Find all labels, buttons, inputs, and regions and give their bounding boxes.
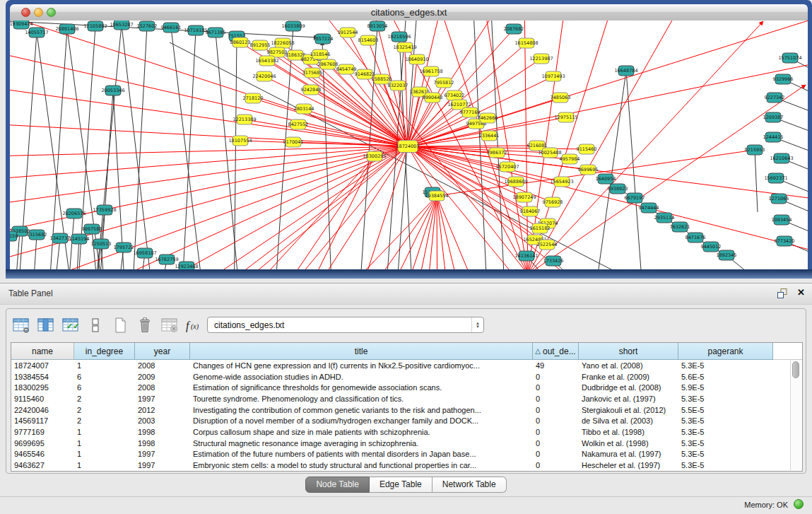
graph-node-label: 2803144 xyxy=(294,106,314,112)
svg-text:f: f xyxy=(186,320,191,332)
graph-node-label: 10025488 xyxy=(538,150,561,156)
table-cell: 0 xyxy=(533,416,579,425)
graph-node-label: 9097588 xyxy=(82,226,102,232)
column-header-pagerank[interactable]: pagerank xyxy=(678,343,773,360)
graph-node-label: 16543382 xyxy=(255,58,278,64)
table-row[interactable]: 1872400712008Changes of HCN gene express… xyxy=(11,360,802,371)
table-row[interactable]: 1830029562008Estimation of significance … xyxy=(11,382,802,393)
svg-text:⚙: ⚙ xyxy=(23,326,30,333)
table-cell: 1 xyxy=(74,439,135,448)
column-header-year[interactable]: year xyxy=(135,343,190,360)
tab-edge-table[interactable]: Edge Table xyxy=(370,477,433,493)
header-filler xyxy=(773,343,802,360)
table-panel-header: Table Panel ✕ xyxy=(0,283,812,305)
graph-node-label: 15720407 xyxy=(495,164,519,170)
graph-node-label: 12213987 xyxy=(529,56,553,62)
graph-node-label: 6679197 xyxy=(625,195,645,201)
graph-node-label: 19384554 xyxy=(425,193,448,199)
tab-network-table[interactable]: Network Table xyxy=(433,477,507,493)
table-row[interactable]: 1938455462009Genome-wide association stu… xyxy=(11,371,802,382)
trash-icon[interactable] xyxy=(136,316,154,334)
graph-node-label: 9466161 xyxy=(161,25,182,30)
table-cell: 5.3E-5 xyxy=(678,439,773,448)
graph-node-label: 1093454 xyxy=(772,217,792,223)
graph-node-label: 12975115 xyxy=(554,115,577,120)
table-mode-icon[interactable]: ⚙ xyxy=(12,316,30,334)
table-row[interactable]: 911546021997Tourette syndrome. Phenomeno… xyxy=(11,393,802,404)
network-window-titlebar[interactable]: citations_edges.txt xyxy=(10,4,808,21)
graph-node-label: 1244415 xyxy=(763,134,784,140)
table-cell: Jankovic et al. (1997) xyxy=(579,395,678,403)
network-canvas[interactable]: 1930941414055717208914061210588210653287… xyxy=(10,21,808,269)
graph-node-label: 9329966 xyxy=(773,76,794,82)
graph-node-label: 8860123 xyxy=(230,40,251,45)
table-cell: 2012 xyxy=(135,406,190,414)
graph-node-label: 9115460 xyxy=(577,146,597,152)
graph-node-label: 1342737 xyxy=(50,235,71,241)
graph-node-label: 9699695 xyxy=(578,167,599,173)
table-selector-dropdown[interactable]: citations_edges.txt ▲▼ xyxy=(207,317,484,333)
table-cell: 0 xyxy=(533,395,579,403)
table-cell: 5.3E-5 xyxy=(678,361,773,370)
delete-table-icon[interactable] xyxy=(160,316,179,334)
graph-node-label: 18226058 xyxy=(271,40,294,46)
scrollbar-thumb[interactable] xyxy=(792,361,799,378)
graph-node-label: 2935114 xyxy=(654,215,675,221)
column-header-short[interactable]: short xyxy=(579,343,678,360)
graph-node-label: 1145194 xyxy=(69,236,90,242)
graph-node-label: 9827503 xyxy=(267,49,288,55)
graph-node-label: 12213389 xyxy=(233,117,256,122)
show-columns-icon[interactable] xyxy=(37,316,55,334)
graph-node-label: 3175685 xyxy=(302,70,323,76)
table-cell: 14569117 xyxy=(11,416,74,425)
table-cell: 1998 xyxy=(135,439,190,448)
float-window-icon[interactable] xyxy=(777,288,788,299)
table-cell: Franke et al. (2009) xyxy=(579,373,678,381)
table-cell: 2008 xyxy=(135,361,190,370)
graph-node-label: 7632621 xyxy=(670,224,690,230)
table-cell: Changes of HCN gene expression and I(f) … xyxy=(190,361,533,370)
import-columns-icon[interactable]: ✓✓ xyxy=(61,316,80,334)
table-cell: 5.3E-5 xyxy=(678,461,773,469)
memory-ok-indicator[interactable] xyxy=(794,499,804,509)
vertical-scrollbar[interactable] xyxy=(790,360,801,470)
table-selector-value: citations_edges.txt xyxy=(208,320,471,330)
table-cell: Yano et al. (2008) xyxy=(579,361,678,370)
table-cell: 22420046 xyxy=(11,406,74,414)
table-row[interactable]: 946362711997Embryonic stem cells: a mode… xyxy=(11,460,802,471)
table-row[interactable]: 946554611997Estimation of the future num… xyxy=(11,449,802,460)
table-cell: 5.3E-5 xyxy=(678,416,773,425)
table-cell: 9777169 xyxy=(11,428,74,436)
table-row[interactable]: 2242004622012Investigating the contribut… xyxy=(11,404,802,416)
graph-node-label: 8912955 xyxy=(250,42,271,48)
graph-node-label: 15692371 xyxy=(764,175,787,181)
row-height-icon[interactable] xyxy=(86,316,105,334)
graph-node-label: 7485063 xyxy=(551,95,571,100)
new-document-icon[interactable] xyxy=(111,316,129,334)
graph-node-label: 8471676 xyxy=(686,235,706,240)
table-row[interactable]: 1456911722003Disruption of a novel membe… xyxy=(11,416,802,427)
table-row[interactable]: 969969511998Structural magnetic resonanc… xyxy=(11,438,802,449)
graph-node-label: 1250513 xyxy=(91,241,112,247)
graph-node-label: 1315682 xyxy=(27,232,47,238)
graph-node-label: 9474444 xyxy=(639,205,659,211)
svg-text:(x): (x) xyxy=(191,322,199,331)
column-header-name[interactable]: name xyxy=(11,343,74,360)
memory-status-label: Memory: OK xyxy=(744,501,788,509)
table-cell: 6 xyxy=(74,373,135,381)
column-header-title[interactable]: title xyxy=(190,343,533,360)
table-cell: 1998 xyxy=(135,428,190,436)
graph-node-label: 22420046 xyxy=(252,74,276,79)
graph-node-label: 8813054 xyxy=(367,23,388,29)
tab-node-table[interactable]: Node Table xyxy=(305,477,370,493)
function-builder-icon[interactable]: f(x) xyxy=(185,316,204,334)
graph-node-label: 1271065 xyxy=(769,196,789,201)
graph-node-label: 9671385 xyxy=(206,30,226,35)
graph-node-label: 20891406 xyxy=(55,26,78,32)
table-cell: 2 xyxy=(74,416,135,425)
table-row[interactable]: 977716911998Corpus callosum shape and si… xyxy=(11,426,802,438)
column-header-out-de-[interactable]: △out_de... xyxy=(533,343,579,360)
graph-node-label: 16648784 xyxy=(614,68,637,74)
column-header-in-degree[interactable]: in_degree xyxy=(74,343,135,360)
close-icon[interactable]: ✕ xyxy=(797,287,805,298)
